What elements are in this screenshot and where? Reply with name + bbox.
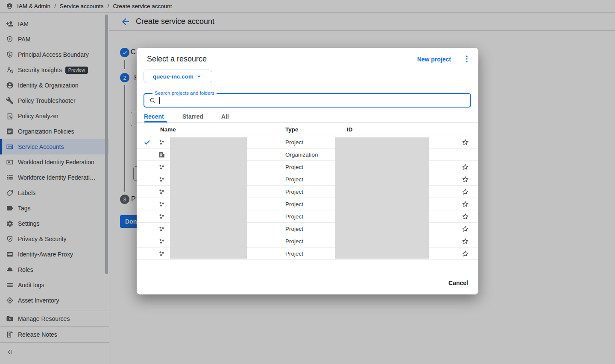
column-header-name: Name <box>160 126 176 133</box>
search-projects-field[interactable]: Search projects and folders <box>144 93 471 108</box>
star-outline-icon[interactable] <box>461 237 469 245</box>
star-outline-icon[interactable] <box>461 175 469 183</box>
resource-type: Project <box>285 164 303 170</box>
tab-starred[interactable]: Starred <box>182 110 203 122</box>
search-input[interactable] <box>161 95 471 105</box>
redacted-name-column <box>170 137 247 259</box>
resource-type: Project <box>285 250 303 257</box>
star-outline-icon[interactable] <box>461 138 469 146</box>
tab-recent[interactable]: Recent <box>144 110 164 122</box>
project-icon <box>158 188 165 195</box>
kebab-menu-icon[interactable] <box>462 54 472 64</box>
resource-type: Project <box>285 201 303 207</box>
resource-type: Project <box>285 226 303 232</box>
star-outline-icon[interactable] <box>461 225 469 233</box>
organization-icon <box>158 151 165 158</box>
project-icon <box>158 176 165 183</box>
search-field-label: Search projects and folders <box>152 90 217 96</box>
column-header-type: Type <box>285 126 299 133</box>
text-cursor <box>159 97 160 104</box>
star-outline-icon[interactable] <box>461 250 469 258</box>
project-icon <box>158 250 165 257</box>
project-icon <box>158 225 165 233</box>
project-icon <box>158 139 165 146</box>
selected-check-icon <box>144 139 151 146</box>
resource-type: Project <box>285 238 303 245</box>
project-icon <box>158 201 165 208</box>
star-outline-icon[interactable] <box>461 213 469 221</box>
cancel-button[interactable]: Cancel <box>448 280 468 286</box>
resource-type: Project <box>285 139 303 146</box>
star-outline-icon[interactable] <box>461 163 469 171</box>
redacted-id-column <box>335 137 429 259</box>
search-icon <box>149 97 156 104</box>
project-icon <box>158 213 165 220</box>
project-icon <box>158 238 165 245</box>
resource-type: Project <box>285 189 303 195</box>
organization-selector-value: queue-inc.com <box>153 73 193 80</box>
star-outline-icon[interactable] <box>461 200 469 208</box>
column-header-id: ID <box>347 126 353 133</box>
dialog-title: Select a resource <box>147 55 207 64</box>
star-outline-icon[interactable] <box>461 188 469 196</box>
resource-type: Project <box>285 213 303 220</box>
resource-type: Project <box>285 176 303 183</box>
organization-selector[interactable]: queue-inc.com <box>144 70 212 83</box>
tab-all[interactable]: All <box>221 110 229 122</box>
resource-type: Organization <box>285 151 318 158</box>
new-project-button[interactable]: New project <box>417 56 451 63</box>
resource-table-header: Name Type ID <box>137 123 478 136</box>
select-resource-dialog: Select a resource New project queue-inc.… <box>137 48 478 294</box>
chevron-down-icon <box>195 73 203 80</box>
project-icon <box>158 163 165 171</box>
